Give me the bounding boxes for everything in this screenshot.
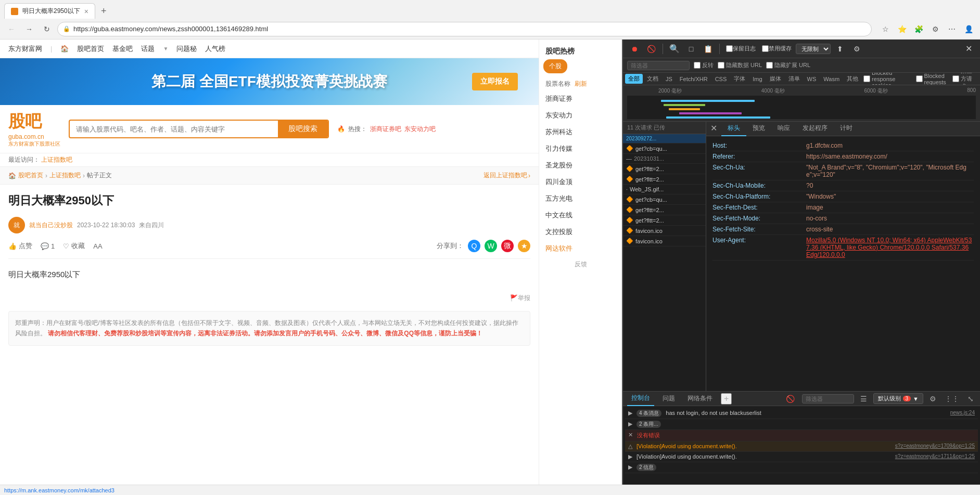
report-button[interactable]: 🚩举报	[510, 294, 530, 303]
hot-item-0[interactable]: 浙商证券吧	[370, 125, 401, 134]
console-level-select[interactable]: 默认级别 3 ▼	[873, 393, 923, 404]
collect-button[interactable]: ♡ 收藏	[63, 241, 85, 251]
request-item-3[interactable]: 🔶 get?fltt=2...	[623, 164, 706, 174]
nav-brand[interactable]: 东方财富网	[8, 44, 42, 54]
console-expand-5[interactable]: ▶	[628, 464, 632, 471]
collection-button[interactable]: ⭐	[895, 22, 909, 36]
search-input[interactable]	[70, 125, 278, 133]
hotlist-tab-gegu[interactable]: 个股	[543, 59, 567, 73]
console-filter-input[interactable]	[802, 394, 854, 403]
dt-type-img[interactable]: Img	[749, 75, 765, 83]
share-wechat-button[interactable]: W	[485, 240, 497, 252]
share-star-button[interactable]: ★	[518, 240, 530, 252]
hotlist-item-6[interactable]: 五方光电	[539, 190, 622, 207]
breadcrumb-item-0[interactable]: 股吧首页	[18, 171, 43, 180]
console-source-0[interactable]: news.js:24	[950, 410, 975, 415]
address-bar[interactable]: 🔒 https://guba.eastmoney.com/news,zssh00…	[57, 22, 872, 36]
dt-type-font[interactable]: 字体	[731, 74, 748, 84]
star-button[interactable]: ☆	[878, 22, 893, 36]
dt-upload-button[interactable]: ⬆	[833, 42, 847, 56]
hotlist-item-5[interactable]: 四川金顶	[539, 174, 622, 190]
forward-button[interactable]: →	[22, 22, 36, 36]
dt-record-button[interactable]: ⏺	[627, 42, 642, 56]
request-item-10[interactable]: 🔶 favicon.ico	[623, 236, 706, 246]
hotlist-item-7[interactable]: 中文在线	[539, 207, 622, 224]
dt-import-button[interactable]: □	[684, 42, 698, 56]
comment-button[interactable]: 💬 1	[41, 242, 55, 250]
dt-type-js[interactable]: JS	[663, 75, 676, 83]
console-settings-icon[interactable]: ⚙	[927, 395, 938, 403]
dt-filter-input[interactable]	[627, 61, 690, 70]
request-item-4[interactable]: 🔶 get?fltt=2...	[623, 174, 706, 185]
request-item-8[interactable]: 🔶 get?fltt=2...	[623, 215, 706, 226]
dt-settings-button[interactable]: ⚙	[849, 42, 864, 56]
tab-close-button[interactable]: ×	[84, 7, 88, 16]
request-item-2[interactable]: — 20231031...	[623, 154, 706, 164]
dt-close-devtools-button[interactable]: ✕	[961, 42, 976, 56]
recent-item[interactable]: 上证指数吧	[41, 156, 72, 163]
dt-type-other[interactable]: 其他	[844, 74, 861, 84]
active-tab[interactable]: 明日大概率2950以下 ×	[4, 3, 95, 19]
console-source-3[interactable]: s?z=eastmoney&c=1709&op=1:25	[895, 443, 975, 449]
request-item-5[interactable]: · Web_JS.gif...	[623, 185, 706, 194]
detail-close-btn[interactable]: ✕	[706, 122, 721, 136]
dt-type-all[interactable]: 全部	[625, 74, 643, 84]
breadcrumb-return-link[interactable]: 返回上证指数吧 ›	[483, 171, 530, 180]
font-size-button[interactable]: AA	[93, 242, 102, 250]
detail-tab-headers[interactable]: 标头	[721, 122, 746, 136]
extensions-button[interactable]: 🧩	[911, 22, 926, 36]
preserve-log-checkbox[interactable]	[726, 45, 733, 52]
dt-type-css[interactable]: CSS	[712, 75, 730, 83]
dt-type-manifest[interactable]: 清单	[785, 74, 803, 84]
console-expand-0[interactable]: ▶	[628, 410, 632, 416]
dt-type-wasm[interactable]: Wasm	[820, 75, 843, 83]
console-add-tab-button[interactable]: +	[721, 393, 732, 405]
console-sidebar-icon[interactable]: ☰	[858, 395, 869, 403]
hot-item-1[interactable]: 东安动力吧	[404, 125, 436, 134]
request-item-1[interactable]: 🔶 get?cb=qu...	[623, 144, 706, 154]
profile-button[interactable]: 👤	[961, 22, 976, 36]
detail-tab-initiator[interactable]: 发起程序	[796, 122, 834, 136]
hotlist-item-1[interactable]: 东安动力	[539, 107, 622, 124]
banner-cta-button[interactable]: 立即报名	[472, 73, 518, 90]
nav-item-3[interactable]: 问题秘	[176, 44, 197, 54]
throttle-select[interactable]: 无限制	[796, 44, 831, 54]
hotlist-item-3[interactable]: 引力传媒	[539, 140, 622, 157]
dt-type-doc[interactable]: 文档	[644, 74, 661, 84]
menu-button[interactable]: ⋯	[945, 22, 959, 36]
hotlist-item-2[interactable]: 苏州科达	[539, 124, 622, 140]
breadcrumb-item-1[interactable]: 上证指数吧	[49, 171, 81, 180]
hotlist-item-9[interactable]: 网达软件	[539, 240, 622, 257]
dt-hide-extension-checkbox[interactable]: 隐藏扩展 URL	[766, 61, 810, 69]
share-qq-button[interactable]: Q	[468, 240, 480, 252]
request-item-6[interactable]: 🔶 get?cb=qu...	[623, 194, 706, 205]
refresh-button[interactable]: ↻	[40, 22, 54, 36]
dt-blocked-requests-checkbox[interactable]: Blocked requests	[916, 73, 952, 85]
like-button[interactable]: 👍 点赞	[8, 241, 32, 251]
dt-type-media[interactable]: 媒体	[767, 74, 784, 84]
author-name[interactable]: 就当自己没炒股	[29, 221, 73, 230]
hotlist-item-0[interactable]: 浙商证券	[539, 90, 622, 107]
request-item-7[interactable]: 🔶 get?fltt=2...	[623, 205, 706, 215]
console-tab-issues[interactable]: 问题	[658, 392, 679, 406]
hotlist-item-8[interactable]: 文控投股	[539, 224, 622, 240]
request-item-0[interactable]: 202309272...	[623, 134, 706, 144]
new-tab-button[interactable]: +	[96, 3, 111, 19]
console-tab-active[interactable]: 控制台	[627, 392, 654, 406]
dt-preserve-log-check[interactable]: 保留日志	[724, 42, 758, 56]
detail-tab-response[interactable]: 响应	[771, 122, 796, 136]
disable-cache-checkbox[interactable]	[762, 45, 769, 52]
devtools-toggle-button[interactable]: ⚙	[928, 22, 943, 36]
console-resize-icon[interactable]: ⤡	[965, 395, 976, 403]
dt-disable-cache-check[interactable]: 禁用缓存	[760, 42, 794, 56]
back-button[interactable]: ←	[4, 22, 19, 36]
search-button[interactable]: 股吧搜索	[278, 121, 328, 137]
nav-item-4[interactable]: 人气榜	[205, 44, 225, 54]
request-item-9[interactable]: 🔶 favicon.ico	[623, 226, 706, 236]
console-expand-1[interactable]: ▶	[628, 421, 632, 427]
console-dots-icon[interactable]: ⋮⋮	[943, 395, 961, 403]
nav-item-1[interactable]: 基金吧	[112, 44, 133, 54]
hotlist-feedback-button[interactable]: 反馈	[539, 257, 622, 272]
dt-blocked-cookies-checkbox[interactable]: Blocked response cookies	[863, 73, 915, 85]
dt-type-fetch[interactable]: Fetch/XHR	[677, 75, 711, 83]
